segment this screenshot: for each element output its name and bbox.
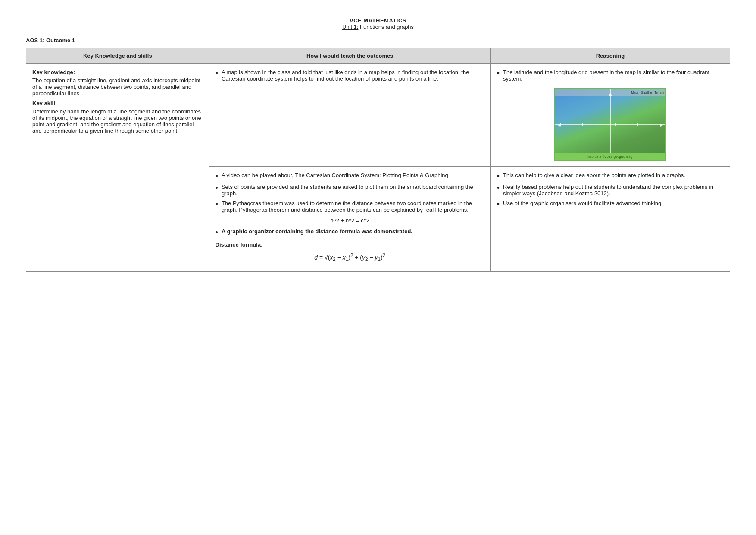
row2-col2-bold-bullets: • A graphic organizer containing the dis… bbox=[216, 228, 484, 236]
col1-header: Key Knowledge and skills bbox=[26, 48, 209, 64]
tick-mark bbox=[560, 123, 561, 126]
list-item: • This can help to give a clear idea abo… bbox=[497, 172, 724, 180]
map-image: Maps Satellite Terrain ◄ ► bbox=[554, 88, 666, 161]
tick-mark bbox=[649, 123, 649, 126]
bullet-text: Sets of points are provided and the stud… bbox=[222, 184, 484, 197]
bullet-text: The Pythagoras theorem was used to deter… bbox=[222, 200, 484, 213]
col3-header: Reasoning bbox=[490, 48, 730, 64]
bullet-text: This can help to give a clear idea about… bbox=[503, 172, 685, 178]
distance-formula: d = √(x2 − x1)2 + (y2 − y1)2 bbox=[216, 252, 484, 262]
list-item: • Reality based problems help out the st… bbox=[497, 184, 724, 197]
main-table: Key Knowledge and skills How I would tea… bbox=[26, 48, 730, 272]
bullet-icon: • bbox=[216, 184, 218, 192]
list-item: • The latitude and the longitude grid pr… bbox=[497, 69, 724, 82]
list-item: • Sets of points are provided and the st… bbox=[216, 184, 484, 197]
bullet-icon: • bbox=[497, 172, 500, 180]
bullet-icon: • bbox=[497, 69, 500, 77]
key-skill-label-text: Key skill: bbox=[32, 100, 57, 106]
row2-col3: • This can help to give a clear idea abo… bbox=[490, 167, 730, 272]
tick-mark bbox=[660, 123, 660, 126]
tick-mark bbox=[605, 123, 605, 126]
pythagoras-formula: a^2 + b^2 = c^2 bbox=[216, 217, 484, 224]
main-title: VCE MATHEMATICS bbox=[26, 17, 730, 24]
col2-header: How I would teach the outcomes bbox=[209, 48, 490, 64]
page-header: VCE MATHEMATICS Unit 1: Functions and gr… bbox=[26, 17, 730, 30]
tick-mark bbox=[615, 123, 616, 126]
row1-col2-bullets: • A map is shown in the class and told t… bbox=[216, 69, 484, 82]
aos-label: AOS 1: Outcome 1 bbox=[26, 37, 730, 44]
row1-col3-bullets: • The latitude and the longitude grid pr… bbox=[497, 69, 724, 82]
tick-mark bbox=[637, 123, 638, 126]
tick-mark bbox=[572, 123, 572, 126]
row1-col1: Key knowledge: The equation of a straigh… bbox=[26, 64, 209, 272]
key-skill-body: Determine by hand the length of a line s… bbox=[32, 108, 203, 134]
key-skill-label: Key skill: bbox=[32, 100, 203, 106]
bullet-text: The latitude and the longitude grid pres… bbox=[503, 69, 724, 82]
list-item: • Use of the graphic organisers would fa… bbox=[497, 200, 724, 208]
map-green-bar: map data ©2012 google, inegi bbox=[555, 153, 665, 160]
row2-col2: • A video can be played about, The Carte… bbox=[209, 167, 490, 272]
list-item: • The Pythagoras theorem was used to det… bbox=[216, 200, 484, 213]
table-row-1: Key knowledge: The equation of a straigh… bbox=[26, 64, 730, 167]
key-knowledge-title: Key knowledge: bbox=[32, 69, 203, 75]
tick-mark bbox=[594, 123, 594, 126]
row2-col2-bullets: • A video can be played about, The Carte… bbox=[216, 172, 484, 213]
row1-col3: • The latitude and the longitude grid pr… bbox=[490, 64, 730, 167]
bullet-icon: • bbox=[497, 200, 500, 208]
bullet-text: A map is shown in the class and told tha… bbox=[222, 69, 484, 82]
arrow-up-icon: ▲ bbox=[607, 91, 613, 97]
map-background: Maps Satellite Terrain ◄ ► bbox=[554, 88, 666, 161]
map-ticks bbox=[555, 122, 665, 127]
list-item: • A graphic organizer containing the dis… bbox=[216, 228, 484, 236]
bullet-icon: • bbox=[216, 69, 218, 77]
bullet-icon: • bbox=[216, 228, 218, 236]
sub-title-underline: Unit 1: bbox=[342, 24, 359, 30]
distance-formula-label: Distance formula: bbox=[216, 241, 484, 248]
row1-col2: • A map is shown in the class and told t… bbox=[209, 64, 490, 167]
key-knowledge-body: The equation of a straight line, gradien… bbox=[32, 77, 203, 97]
bullet-text: Reality based problems help out the stud… bbox=[503, 184, 724, 197]
bullet-icon: • bbox=[216, 200, 218, 208]
list-item: • A video can be played about, The Carte… bbox=[216, 172, 484, 180]
bullet-text: A video can be played about, The Cartesi… bbox=[222, 172, 448, 178]
bullet-text: Use of the graphic organisers would faci… bbox=[503, 200, 663, 206]
tick-mark bbox=[627, 123, 627, 126]
sub-title: Unit 1: Functions and graphs bbox=[26, 24, 730, 30]
bold-bullet-text: A graphic organizer containing the dista… bbox=[222, 228, 412, 235]
tick-mark bbox=[582, 123, 583, 126]
bullet-icon: • bbox=[497, 184, 500, 192]
list-item: • A map is shown in the class and told t… bbox=[216, 69, 484, 82]
row2-col3-bullets: • This can help to give a clear idea abo… bbox=[497, 172, 724, 208]
bullet-icon: • bbox=[216, 172, 218, 180]
